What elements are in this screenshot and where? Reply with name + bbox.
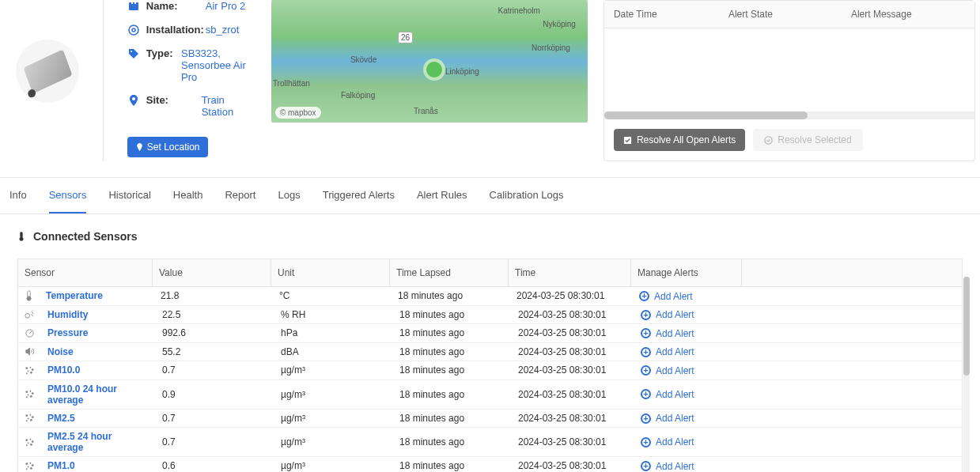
location-map[interactable]: Katrineholm Nyköping Norrköping Linköpin… [271,0,588,123]
sensor-lapsed: 18 minutes ago [393,343,512,361]
sensor-icon [18,325,41,342]
device-info: Name: Air Pro 2 Installation: sb_zrot Ty… [127,0,255,161]
svg-point-10 [20,237,24,241]
sensor-unit: °C [273,287,392,304]
sensor-lapsed: 18 minutes ago [393,410,512,427]
sensor-name-link[interactable]: PM2.5 [47,413,75,424]
installation-label: Installation: [146,24,206,36]
set-location-button[interactable]: Set Location [127,137,208,157]
sensor-time: 2024-03-25 08:30:01 [512,306,634,323]
device-name: Air Pro 2 [206,0,246,12]
sensors-scrollbar[interactable] [963,277,970,472]
table-row: Noise55.2dBA18 minutes ago2024-03-25 08:… [18,343,962,362]
tab-triggered[interactable]: Triggered Alerts [323,178,395,213]
tab-alert-rules[interactable]: Alert Rules [417,178,467,213]
svg-point-16 [30,367,32,368]
plus-circle-icon: + [641,347,651,357]
table-row: Temperature21.8°C18 minutes ago2024-03-2… [18,287,962,306]
add-alert-link[interactable]: +Add Alert [639,291,693,302]
svg-point-37 [30,443,32,445]
svg-point-36 [28,442,29,444]
svg-point-19 [30,372,32,374]
table-row: PM10.0 24 hour average0.9µg/m³18 minutes… [18,380,962,410]
sensor-name-link[interactable]: Pressure [47,327,88,338]
svg-point-39 [25,463,28,465]
sensor-icon [18,410,41,426]
svg-rect-1 [131,1,133,4]
sensor-value: 0.9 [156,386,274,403]
tab-sensors[interactable]: Sensors [49,178,87,213]
sensor-value: 21.8 [154,287,273,304]
tab-info[interactable]: Info [9,178,27,213]
sensor-time: 2024-03-25 08:30:01 [512,361,634,379]
sensor-name-link[interactable]: PM10.0 24 hour average [47,383,117,406]
sensor-name-link[interactable]: PM2.5 24 hour average [47,431,112,453]
svg-point-33 [25,439,28,441]
svg-point-3 [129,25,138,35]
table-row: PM1.00.6µg/m³18 minutes ago2024-03-25 08… [18,457,962,472]
add-alert-link[interactable]: +Add Alert [641,346,694,357]
svg-point-38 [26,444,28,446]
svg-point-44 [26,468,28,470]
sensor-name-link[interactable]: Temperature [46,290,103,301]
map-marker [423,59,445,81]
sensor-name-link[interactable]: PM10.0 [47,364,80,376]
add-alert-link[interactable]: +Add Alert [641,328,694,339]
sensor-unit: µg/m³ [274,361,393,379]
tabs: Info Sensors Historical Health Report Lo… [0,177,980,214]
svg-point-21 [25,391,28,393]
svg-point-6 [132,97,135,100]
svg-point-27 [25,415,28,417]
device-installation[interactable]: sb_zrot [206,24,240,36]
svg-point-22 [30,391,32,392]
add-alert-link[interactable]: +Add Alert [641,461,694,472]
name-icon [127,0,140,13]
alerts-col-state: Alert State [719,1,842,28]
set-location-label: Set Location [147,142,200,153]
alerts-scrollbar[interactable] [604,111,974,119]
sensor-lapsed: 18 minutes ago [393,433,512,451]
sensor-time: 2024-03-25 08:30:01 [510,287,633,304]
col-time: Time [508,259,630,286]
alerts-body [604,28,974,111]
svg-point-26 [26,396,28,398]
add-alert-link[interactable]: +Add Alert [641,413,694,424]
site-label: Site: [146,94,202,106]
svg-rect-2 [134,1,136,4]
sensor-lapsed: 18 minutes ago [393,457,512,472]
svg-point-5 [131,51,132,52]
svg-point-23 [32,392,34,395]
tab-health[interactable]: Health [173,178,203,213]
svg-point-13 [25,314,30,319]
device-site[interactable]: Train Station [202,94,255,118]
svg-point-4 [132,28,135,32]
svg-point-17 [32,368,34,371]
sensor-value: 22.5 [156,306,274,323]
resolve-all-button[interactable]: Resolve All Open Alerts [614,129,745,151]
sensor-lapsed: 18 minutes ago [393,386,512,403]
table-row: Humidity22.5% RH18 minutes ago2024-03-25… [18,306,962,325]
sensor-name-link[interactable]: PM1.0 [47,460,75,471]
tab-report[interactable]: Report [225,178,255,213]
plus-circle-icon: + [641,413,651,424]
sensor-value: 0.6 [156,457,274,472]
sensor-icon [18,343,41,360]
sensor-time: 2024-03-25 08:30:01 [512,433,634,451]
installation-icon [127,24,140,36]
svg-point-18 [28,370,29,372]
svg-rect-9 [20,232,22,238]
add-alert-link[interactable]: +Add Alert [641,436,694,447]
sensor-unit: % RH [274,306,393,323]
sensor-unit: hPa [274,324,393,342]
tab-calibration[interactable]: Calibration Logs [490,178,564,213]
tab-historical[interactable]: Historical [108,178,150,213]
sensor-value: 55.2 [156,343,274,361]
add-alert-link[interactable]: +Add Alert [641,389,694,400]
table-row: PM2.5 24 hour average0.7µg/m³18 minutes … [18,428,962,457]
sensor-name-link[interactable]: Noise [47,346,74,357]
tab-logs[interactable]: Logs [278,178,300,213]
add-alert-link[interactable]: +Add Alert [641,309,694,320]
sensor-name-link[interactable]: Humidity [47,309,88,320]
svg-point-30 [28,418,29,420]
add-alert-link[interactable]: +Add Alert [641,365,694,376]
